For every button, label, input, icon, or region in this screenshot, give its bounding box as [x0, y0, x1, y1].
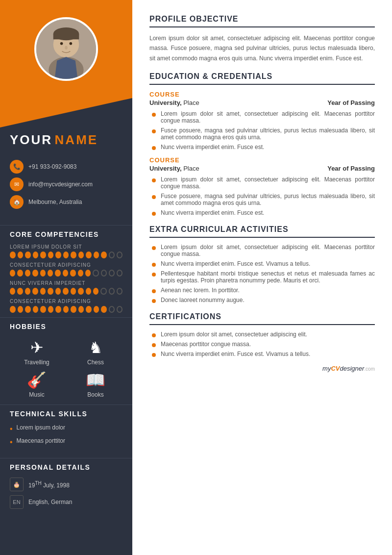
contact-section: 📞 +91 933-092-9083 ✉ info@mycvdesigner.c… — [0, 155, 132, 223]
dot-filled — [55, 252, 61, 258]
edu-bullet-dot — [152, 129, 156, 133]
dot-empty — [100, 288, 106, 295]
extra-bullet-dot — [152, 273, 156, 277]
dot-empty — [109, 288, 115, 295]
dots-row — [10, 288, 122, 295]
hobby-label: Chess — [87, 359, 104, 366]
personal-section: 🎂19TH July, 1998ENEnglish, German — [0, 475, 132, 520]
tech-skills-title: TECHNICAL SKILLS — [0, 404, 132, 422]
personal-details-title: PERSONAL DETAILS — [0, 458, 132, 475]
dot-filled — [93, 288, 98, 295]
dot-filled — [10, 252, 16, 258]
course-label: COURSE — [149, 91, 375, 98]
svg-point-5 — [60, 42, 63, 45]
cert-bullets: Lorem ipsum dolor sit amet, consectetuer… — [152, 331, 375, 357]
course-label: COURSE — [149, 156, 375, 164]
extra-bullet-text: Aenean nec lorem. In porttitor. — [161, 287, 240, 294]
edu-bullet-text: Lorem ipsum dolor sit amet, consectetuer… — [161, 176, 375, 190]
dot-filled — [55, 270, 60, 277]
core-competencies-title: CORE COMPETENCIES — [0, 225, 132, 242]
dot-filled — [10, 288, 15, 295]
edu-bullet-item: Nunc viverra imperdiet enim. Fusce est. — [152, 209, 375, 216]
hobby-label: Travelling — [24, 359, 49, 366]
edu-bullet-dot — [152, 195, 156, 199]
dot-filled — [63, 306, 69, 313]
profile-text: Lorem ipsum dolor sit amet, consectetuer… — [149, 33, 375, 63]
name-section: YOUR NAME — [0, 132, 132, 155]
dot-filled — [71, 252, 76, 258]
edu-bullet-dot — [152, 212, 156, 216]
extra-bullet-item: Donec laoreet nonummy augue. — [152, 297, 375, 303]
dot-filled — [86, 252, 92, 258]
dot-filled — [78, 306, 84, 313]
dot-empty — [117, 288, 122, 295]
personal-icon: 🎂 — [10, 478, 24, 491]
location-text: Melbourne, Australia — [28, 199, 82, 205]
extra-bullet-text: Pellentesque habitant morbi tristique se… — [161, 270, 375, 284]
hobby-icon: 📖 — [86, 371, 105, 389]
tech-skills-list: •Lorem ipsum dolor•Maecenas porttitor — [0, 422, 132, 455]
dot-filled — [48, 252, 54, 258]
edu-bullet-item: Fusce posuere, magna sed pulvinar ultric… — [152, 193, 375, 206]
cert-bullet-dot — [152, 343, 156, 347]
email-icon: ✉ — [10, 177, 24, 191]
bullet-dot: • — [10, 437, 13, 447]
extra-bullet-item: Nunc viverra imperdiet enim. Fusce est. … — [152, 260, 375, 267]
cert-bullet-item: Lorem ipsum dolor sit amet, consectetuer… — [152, 331, 375, 338]
edu-university: University, Place — [149, 165, 199, 172]
dot-filled — [86, 288, 91, 295]
tech-skill-item: •Lorem ipsum dolor — [10, 424, 122, 433]
personal-item: ENEnglish, German — [10, 495, 122, 509]
dot-empty — [117, 270, 122, 277]
extra-bullet-dot — [152, 289, 156, 293]
phone-text: +91 933-092-9083 — [28, 163, 76, 170]
dot-filled — [48, 288, 53, 295]
dot-filled — [10, 306, 16, 313]
dot-filled — [101, 306, 107, 313]
dot-filled — [94, 306, 99, 313]
svg-point-7 — [65, 46, 68, 50]
edu-row: University, PlaceYear of Passing — [149, 165, 375, 172]
competency-label: NUNC VIVERRA IMPERDIET — [10, 280, 122, 286]
dot-filled — [63, 288, 68, 295]
education-heading: EDUCATION & CREDENTIALS — [149, 72, 375, 85]
competency-label: LOREM IPSUM DOLOR SIT — [10, 244, 122, 250]
dot-empty — [117, 306, 122, 313]
dot-filled — [78, 270, 83, 277]
name-name: NAME — [55, 132, 98, 147]
hobby-item: 📖Books — [69, 371, 122, 398]
dots-row — [10, 270, 122, 277]
education-container: COURSEUniversity, PlaceYear of PassingLo… — [149, 91, 375, 216]
edu-university: University, Place — [149, 99, 199, 106]
hobby-icon: ✈ — [30, 338, 44, 357]
edu-bullet-dot — [152, 113, 156, 117]
extra-bullet-item: Pellentesque habitant morbi tristique se… — [152, 270, 375, 284]
extra-container: Lorem ipsum dolor sit amet, consectetuer… — [149, 244, 375, 303]
dot-filled — [25, 288, 30, 295]
sidebar-header — [0, 0, 132, 98]
edu-bullet-text: Fusce posuere, magna sed pulvinar ultric… — [161, 193, 375, 206]
edu-bullet-text: Nunc viverra imperdiet enim. Fusce est. — [161, 209, 264, 216]
extra-bullet-dot — [152, 246, 156, 250]
competencies-container: LOREM IPSUM DOLOR SITCONSECTETUER ADIPIS… — [0, 242, 132, 315]
watermark-designer: designer — [340, 365, 364, 372]
cert-bullet-text: Lorem ipsum dolor sit amet, consectetuer… — [161, 331, 307, 338]
edu-row: University, PlaceYear of Passing — [149, 99, 375, 106]
edu-bullet-text: Lorem ipsum dolor sit amet, consectetuer… — [161, 110, 375, 124]
competency-item: CONSECTETUER ADIPISCING — [0, 297, 132, 315]
email-text: info@mycvdesigner.com — [28, 181, 93, 188]
resume-container: YOUR NAME 📞 +91 933-092-9083 ✉ info@mycv… — [0, 0, 392, 555]
dots-row — [10, 306, 122, 313]
edu-bullets: Lorem ipsum dolor sit amet, consectetuer… — [152, 110, 375, 151]
bullet-dot: • — [10, 424, 13, 433]
dot-empty — [101, 270, 107, 277]
hobby-icon: 🎸 — [27, 371, 47, 389]
tech-skill-item: •Maecenas porttitor — [10, 437, 122, 447]
cert-bullet-item: Maecenas porttitor congue massa. — [152, 341, 375, 348]
dot-filled — [71, 288, 76, 295]
hobby-label: Music — [29, 391, 44, 398]
edu-bullet-text: Fusce posuere, magna sed pulvinar ultric… — [161, 127, 375, 141]
dot-filled — [17, 288, 23, 295]
cert-bullet-text: Nunc viverra imperdiet enim. Fusce est. … — [161, 351, 310, 357]
dot-empty — [117, 252, 122, 258]
